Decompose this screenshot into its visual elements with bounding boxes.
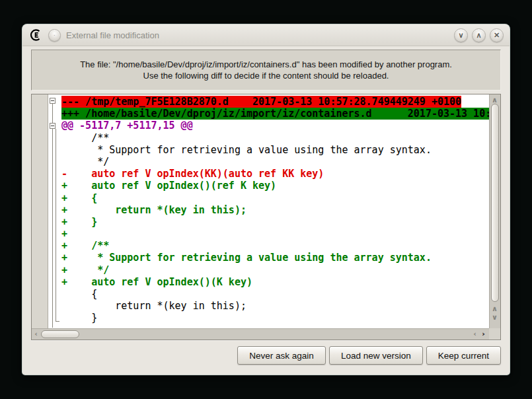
diff-line-removed: - auto ref V opIndex(KK)(auto ref KK key…	[61, 168, 489, 180]
fold-guide-line	[52, 104, 53, 328]
maximize-button[interactable]: ∧	[472, 28, 486, 42]
diff-line-context: {	[61, 288, 489, 300]
scroll-right-icon[interactable]: ›	[479, 330, 488, 338]
diff-line-added: + {	[61, 192, 489, 204]
window-title: External file modification	[66, 30, 449, 40]
diff-line-added: + auto ref V opIndex()(K key)	[61, 276, 489, 288]
diff-line-hunk: @@ -5117,7 +5117,15 @@	[61, 120, 489, 131]
fold-collapse-icon[interactable]	[50, 123, 56, 129]
horizontal-scrollbar-thumb[interactable]	[41, 330, 79, 338]
vertical-scrollbar-thumb[interactable]	[491, 104, 499, 302]
window-controls: ∨ ∧ ✕	[454, 28, 504, 42]
scroll-up-icon[interactable]: ∧	[490, 305, 499, 313]
scroll-left-icon[interactable]: ‹	[471, 330, 479, 338]
diff-line-added: + }	[61, 216, 489, 228]
diff-line-context: */	[61, 156, 489, 168]
diff-line-added: + */	[61, 264, 489, 276]
scroll-left-icon[interactable]: ‹	[32, 330, 40, 338]
fold-collapse-icon[interactable]	[50, 98, 56, 104]
diff-line-context: }	[61, 312, 489, 324]
never-ask-again-button[interactable]: Never ask again	[237, 346, 326, 365]
fold-column	[48, 94, 61, 328]
keep-current-button[interactable]: Keep current	[426, 346, 501, 365]
diff-text: --- /tmp/temp_7F5E128B2870.d 2017-03-13 …	[61, 94, 489, 328]
diff-line-context: * Support for retrieving a value using t…	[61, 144, 489, 156]
fold-guide-corner	[56, 321, 59, 322]
diff-line-context: /**	[61, 132, 489, 144]
minimize-button[interactable]: ∨	[454, 28, 468, 42]
diff-line-added: + * Support for retrieving a value using…	[61, 252, 489, 264]
editor-gutter	[32, 94, 48, 328]
diff-line-added: + auto ref V opIndex()(ref K key)	[61, 180, 489, 192]
load-new-version-button[interactable]: Load new version	[329, 346, 423, 365]
horizontal-scrollbar[interactable]: ‹ ‹ ›	[32, 328, 489, 340]
message-line-2: Use the following diff to decide if the …	[143, 70, 389, 81]
message-panel: The file: "/home/basile/Dev/dproj/iz/imp…	[31, 50, 501, 91]
scrollbar-corner	[489, 328, 500, 340]
title-bar[interactable]: · External file modification ∨ ∧ ✕	[22, 24, 510, 46]
dialog-window: · External file modification ∨ ∧ ✕ The f…	[22, 24, 510, 375]
diff-line-file-added: +++ /home/basile/Dev/dproj/iz/import/iz/…	[61, 108, 489, 120]
diff-line-context: return *(key in this);	[61, 300, 489, 312]
vertical-scrollbar[interactable]: ∧ ∧ ∨	[489, 94, 500, 328]
diff-line-added: + /**	[61, 240, 489, 252]
fold-guide-line	[56, 129, 56, 321]
message-line-1: The file: "/home/basile/Dev/dproj/iz/imp…	[80, 59, 452, 70]
dialog-button-row: Never ask again Load new version Keep cu…	[31, 346, 501, 365]
diff-viewport: --- /tmp/temp_7F5E128B2870.d 2017-03-13 …	[32, 94, 489, 328]
diff-line-added: +	[61, 228, 489, 240]
diff-line-added: + return *(key in this);	[61, 204, 489, 216]
scroll-down-icon[interactable]: ∨	[490, 313, 499, 322]
close-button[interactable]: ✕	[490, 28, 504, 42]
window-menu-button[interactable]: ·	[48, 29, 61, 42]
diff-line-file-removed: --- /tmp/temp_7F5E128B2870.d 2017-03-13 …	[61, 96, 489, 108]
coedit-app-icon	[28, 28, 43, 42]
diff-viewer: --- /tmp/temp_7F5E128B2870.d 2017-03-13 …	[31, 94, 501, 340]
